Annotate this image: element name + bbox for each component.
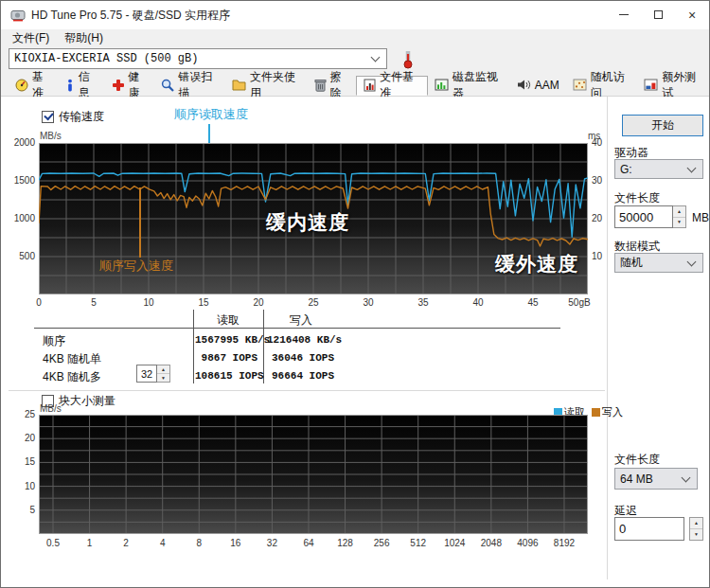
axis-tick-label: 20 (3, 433, 35, 443)
axis-tick-label: 35 (409, 297, 437, 308)
axis-tick-label: 4096 (508, 538, 546, 548)
axis-tick-label: 8192 (545, 538, 583, 548)
block-file-length-label: 文件长度 (614, 452, 660, 468)
stepper-down-icon[interactable]: ▼ (157, 373, 169, 382)
seq-read-annotation: 顺序读取速度 (162, 106, 260, 123)
drive-dropdown-value: G: (615, 163, 684, 176)
col-header-write: 写入 (266, 312, 336, 329)
tab-label: AAM (535, 79, 559, 92)
random-access-icon (573, 79, 587, 91)
delay-stepper[interactable]: ▲▼ (689, 517, 703, 541)
tab-health[interactable]: 健康 (105, 76, 155, 96)
axis-tick-label: 0 (25, 297, 53, 308)
drive-select-value: KIOXIA-EXCERIA SSD (500 gB) (9, 52, 368, 65)
block-size-label: 块大小测量 (59, 393, 115, 409)
tab-erase[interactable]: 擦除 (308, 76, 357, 96)
axis-tick-label: 1 (71, 538, 109, 548)
chevron-down-icon (371, 53, 381, 62)
axis-tick-label: 50gB (565, 297, 594, 308)
col-header-read: 读取 (195, 312, 261, 329)
axis-tick-label: 8 (180, 538, 218, 548)
axis-tick-label: 10 (3, 481, 35, 491)
stepper-up-icon[interactable]: ▲ (673, 206, 685, 217)
queue-depth-stepper[interactable]: 32 ▲▼ (136, 365, 170, 383)
axis-tick-label: 512 (399, 538, 437, 548)
tab-disk-monitor[interactable]: 磁盘监视器 (428, 76, 510, 96)
window-title: HD Tune Pro 5.75 - 硬盘/SSD 实用程序 (31, 8, 230, 24)
benchmark-icon (15, 79, 28, 92)
rand-single-read-value: 9867 IOPS (195, 352, 257, 364)
aam-icon (517, 79, 531, 91)
axis-tick-label: 16 (217, 538, 255, 548)
axis-tick-label: 5 (3, 505, 35, 515)
erase-icon (314, 79, 327, 92)
axis-tick-label: 2048 (472, 538, 510, 548)
chevron-down-icon (687, 257, 697, 266)
axis-tick-label: 64 (290, 538, 328, 548)
tab-benchmark[interactable]: 基准 (9, 76, 59, 96)
tab-file-benchmark[interactable]: 文件基准 (356, 76, 428, 96)
axis-tick-label: 15 (189, 297, 218, 308)
checkbox-box (42, 111, 54, 123)
row-label-sequential: 顺序 (43, 333, 65, 349)
axis-tick-label: 15 (3, 456, 35, 467)
drive-dropdown[interactable]: G: (614, 159, 703, 179)
tab-aam[interactable]: AAM (510, 76, 566, 96)
menu-file[interactable]: 文件(F) (5, 29, 57, 47)
transfer-speed-checkbox[interactable]: 传输速度 (42, 109, 104, 125)
axis-tick-label: 40 (464, 297, 492, 308)
axis-tick-label: 128 (327, 538, 364, 548)
section-divider-vertical (607, 97, 608, 579)
close-icon: × (688, 9, 696, 22)
seq-read-value: 1567995 KB/s (195, 334, 257, 346)
stepper-up-icon[interactable]: ▲ (690, 518, 702, 528)
chevron-down-icon (687, 163, 697, 172)
section-divider-horizontal (9, 390, 605, 391)
extra-tests-icon (644, 79, 658, 91)
stepper-down-icon[interactable]: ▼ (673, 217, 685, 228)
tab-extra-tests[interactable]: 额外测试 (637, 76, 709, 96)
rand-multi-write-value: 96664 IOPS (267, 370, 334, 382)
axis-tick-label: 25 (3, 409, 35, 419)
axis-tick-label: 20 (244, 297, 273, 308)
drive-select-combo[interactable]: KIOXIA-EXCERIA SSD (500 gB) (9, 48, 387, 69)
file-length-label: 文件长度 (614, 190, 660, 206)
block-file-length-dropdown[interactable]: 64 MB (614, 468, 698, 490)
data-mode-dropdown[interactable]: 随机 (614, 253, 703, 273)
rand-single-write-value: 36046 IOPS (267, 352, 334, 364)
axis-tick-label: 40 (592, 137, 609, 148)
menu-help[interactable]: 帮助(H) (57, 29, 111, 47)
write-legend-label: 写入 (602, 405, 623, 419)
chevron-down-icon (682, 472, 691, 482)
tab-info[interactable]: 信息 (59, 76, 105, 96)
stepper-down-icon[interactable]: ▼ (690, 528, 702, 540)
axis-tick-label: 500 (3, 251, 35, 261)
axis-tick-label: 5 (80, 297, 108, 308)
file-benchmark-icon (364, 79, 376, 92)
delay-input[interactable]: 0 (614, 517, 684, 541)
transfer-speed-label: 传输速度 (59, 109, 104, 125)
axis-tick-label: 20 (592, 213, 609, 223)
stepper-up-icon[interactable]: ▲ (157, 365, 169, 373)
axis-tick-label: 45 (519, 297, 547, 308)
maximize-button[interactable] (641, 1, 675, 28)
tab-random-access[interactable]: 随机访问 (566, 76, 638, 96)
block-file-length-value: 64 MB (615, 472, 679, 486)
axis-tick-label: 1000 (3, 213, 35, 223)
data-mode-value: 随机 (615, 255, 684, 271)
tab-folder-usage[interactable]: 文件夹使用 (225, 76, 308, 96)
tab-error-scan[interactable]: 错误扫描 (154, 76, 225, 96)
rand-multi-read-value: 108615 IOPS (195, 370, 257, 382)
axis-tick-label: 2 (107, 538, 145, 548)
file-length-value: 50000 (614, 205, 673, 228)
close-button[interactable]: × (675, 1, 709, 28)
health-icon (112, 79, 125, 92)
start-button[interactable]: 开始 (622, 115, 703, 136)
row-label-4k-single: 4KB 随机单 (43, 351, 101, 367)
error-scan-icon (161, 79, 174, 92)
axis-tick-label: 2000 (3, 137, 35, 148)
seq-write-pointer-line (139, 187, 141, 258)
minimize-button[interactable] (607, 1, 641, 28)
file-length-stepper[interactable]: 50000 ▲▼ (614, 205, 686, 228)
out-cache-speed-label: 缓外速度 (495, 251, 578, 277)
